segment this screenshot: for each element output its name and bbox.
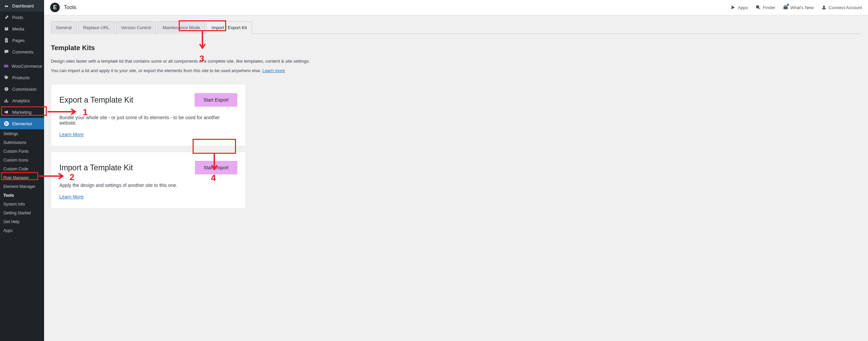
sidebar-item-label: Comments xyxy=(12,49,34,55)
sidebar-subitem-apps[interactable]: Apps xyxy=(0,226,44,235)
comments-icon xyxy=(3,49,9,55)
intro-text-1: Design sites faster with a template kit … xyxy=(51,58,329,65)
sidebar-subitem-settings[interactable]: Settings xyxy=(0,129,44,138)
import-card-desc: Apply the design and settings of another… xyxy=(59,183,237,188)
commission-icon xyxy=(3,86,9,92)
sidebar-item-marketing[interactable]: Marketing xyxy=(0,106,44,118)
gift-icon xyxy=(783,4,788,10)
tab-replace-url[interactable]: Replace URL xyxy=(78,21,114,34)
import-card-title: Import a Template Kit xyxy=(59,163,133,172)
tab-maintenance-mode[interactable]: Maintenance Mode xyxy=(157,21,205,34)
sidebar-subitem-system-info[interactable]: System Info xyxy=(0,200,44,209)
sidebar-item-label: Media xyxy=(12,26,24,31)
sidebar-item-posts[interactable]: Posts xyxy=(0,12,44,23)
topbar-connect-account[interactable]: Connect Account xyxy=(821,5,862,10)
svg-rect-8 xyxy=(6,124,7,125)
sidebar-subitem-element-manager[interactable]: Element Manager xyxy=(0,182,44,191)
tab-general[interactable]: General xyxy=(51,21,77,34)
analytics-icon xyxy=(3,98,9,104)
svg-point-11 xyxy=(823,6,825,7)
sidebar-item-products[interactable]: Products xyxy=(0,72,44,83)
sidebar-item-analytics[interactable]: Analytics xyxy=(0,95,44,106)
sidebar-subitem-custom-code[interactable]: Custom Code xyxy=(0,165,44,173)
svg-point-2 xyxy=(5,76,6,77)
sidebar-item-label: Analytics xyxy=(12,98,30,103)
pages-icon xyxy=(3,37,9,43)
svg-rect-1 xyxy=(4,65,8,67)
section-heading: Template Kits xyxy=(51,44,861,52)
sidebar-item-label: Pages xyxy=(12,38,25,43)
import-learn-more-link[interactable]: Learn More xyxy=(59,194,84,199)
topbar-apps[interactable]: Apps xyxy=(730,5,748,10)
learn-more-link[interactable]: Learn more xyxy=(262,68,285,73)
sidebar-item-pages[interactable]: Pages xyxy=(0,35,44,46)
elementor-logo-icon: E xyxy=(50,3,60,12)
sidebar-subitem-custom-fonts[interactable]: Custom Fonts xyxy=(0,147,44,156)
sidebar-item-label: Marketing xyxy=(12,110,32,115)
media-icon xyxy=(3,26,9,32)
woo-icon xyxy=(3,63,9,69)
topbar-item-label: What's New xyxy=(790,5,814,10)
topbar-finder[interactable]: Finder xyxy=(755,5,775,10)
admin-sidebar: Dashboard Posts Media Pages Comments Woo… xyxy=(0,0,44,341)
tab-version-control[interactable]: Version Control xyxy=(116,21,156,34)
start-export-button[interactable]: Start Export xyxy=(195,93,237,107)
svg-point-0 xyxy=(6,5,7,6)
sidebar-subitem-custom-icons[interactable]: Custom Icons xyxy=(0,156,44,165)
user-icon xyxy=(821,5,827,10)
export-card: Export a Template Kit Start Export Bundl… xyxy=(51,84,246,146)
sidebar-subitem-get-help[interactable]: Get Help xyxy=(0,217,44,226)
topbar: E Tools Apps Finder What's New Connect A… xyxy=(44,0,868,15)
sidebar-item-dashboard[interactable]: Dashboard xyxy=(0,0,44,12)
play-icon xyxy=(730,5,736,10)
import-card: Import a Template Kit Start Import Apply… xyxy=(51,152,246,209)
elementor-icon xyxy=(3,121,9,127)
search-icon xyxy=(755,5,761,10)
topbar-whats-new[interactable]: What's New xyxy=(783,4,814,11)
start-import-button[interactable]: Start Import xyxy=(195,161,237,174)
tabs-nav: General Replace URL Version Control Main… xyxy=(51,21,861,34)
sidebar-subitem-role-manager[interactable]: Role Manager xyxy=(0,173,44,182)
sidebar-item-label: WooCommerce xyxy=(12,64,42,69)
sidebar-item-elementor[interactable]: Elementor xyxy=(0,118,44,129)
sidebar-item-label: Products xyxy=(12,75,29,80)
sidebar-subitem-tools[interactable]: Tools xyxy=(0,191,44,200)
pin-icon xyxy=(3,14,9,20)
svg-rect-7 xyxy=(6,123,7,124)
sidebar-item-label: Elementor xyxy=(12,121,32,126)
topbar-item-label: Connect Account xyxy=(829,5,862,10)
export-card-desc: Bundle your whole site - or just some of… xyxy=(59,115,237,126)
sidebar-item-commission[interactable]: Commission xyxy=(0,83,44,95)
dashboard-icon xyxy=(3,3,9,9)
sidebar-item-label: Posts xyxy=(12,15,23,20)
sidebar-item-label: Dashboard xyxy=(12,3,34,8)
intro-text-2: You can import a kit and apply it to you… xyxy=(51,67,329,74)
sidebar-subitem-submissions[interactable]: Submissions xyxy=(0,138,44,147)
sidebar-item-label: Commission xyxy=(12,87,37,92)
sidebar-subitem-getting-started[interactable]: Getting Started xyxy=(0,209,44,217)
svg-point-9 xyxy=(756,5,759,8)
page-title: Tools xyxy=(64,4,76,10)
tab-import-export-kit[interactable]: Import / Export Kit xyxy=(206,21,252,34)
marketing-icon xyxy=(3,109,9,115)
main-content: E Tools Apps Finder What's New Connect A… xyxy=(44,0,868,341)
svg-rect-6 xyxy=(6,122,7,123)
sidebar-item-woocommerce[interactable]: WooCommerce xyxy=(0,60,44,72)
sidebar-item-media[interactable]: Media xyxy=(0,23,44,35)
topbar-item-label: Finder xyxy=(763,5,775,10)
export-learn-more-link[interactable]: Learn More xyxy=(59,132,84,137)
export-card-title: Export a Template Kit xyxy=(59,95,133,105)
svg-rect-5 xyxy=(5,122,6,125)
topbar-item-label: Apps xyxy=(738,5,748,10)
products-icon xyxy=(3,74,9,81)
sidebar-item-comments[interactable]: Comments xyxy=(0,46,44,58)
